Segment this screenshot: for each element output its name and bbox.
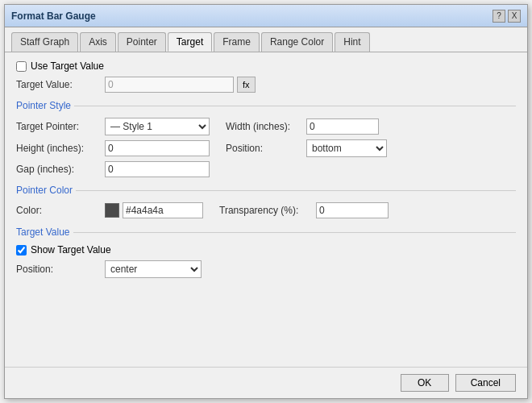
target-value-input[interactable] bbox=[105, 77, 234, 93]
target-value-position-field: Position: center left right bbox=[16, 260, 516, 278]
show-target-value-row: Show Target Value bbox=[16, 244, 516, 256]
pointer-color-section: Pointer Color bbox=[16, 181, 516, 199]
target-pointer-field: Target Pointer: — Style 1 — Style 2 — St… bbox=[16, 118, 210, 135]
pointer-color-line bbox=[76, 190, 516, 191]
position-field: Position: bottom top center bbox=[226, 139, 387, 157]
dialog-window: Format Bar Gauge ? X Staff Graph Axis Po… bbox=[4, 4, 528, 399]
use-target-value-checkbox[interactable] bbox=[16, 61, 27, 72]
target-value-row: Target Value: fx bbox=[16, 77, 516, 93]
use-target-value-label: Use Target Value bbox=[31, 60, 104, 72]
height-inches-label: Height (inches): bbox=[16, 143, 105, 154]
tab-target[interactable]: Target bbox=[168, 32, 212, 52]
height-inches-input[interactable] bbox=[105, 140, 210, 156]
position-select[interactable]: bottom top center bbox=[306, 139, 387, 157]
tab-pointer[interactable]: Pointer bbox=[118, 32, 166, 52]
tab-staff-graph[interactable]: Staff Graph bbox=[11, 32, 78, 52]
close-button[interactable]: X bbox=[508, 10, 521, 23]
ok-button[interactable]: OK bbox=[401, 374, 449, 392]
tab-range-color[interactable]: Range Color bbox=[261, 32, 333, 52]
height-inches-field: Height (inches): bbox=[16, 139, 210, 157]
target-value-section-label: Target Value bbox=[16, 226, 70, 238]
target-value-line bbox=[73, 232, 517, 233]
pointer-color-label: Pointer Color bbox=[16, 185, 73, 196]
pointer-style-label: Pointer Style bbox=[16, 100, 71, 111]
pointer-style-section: Pointer Style bbox=[16, 97, 516, 114]
width-inches-label: Width (inches): bbox=[226, 121, 306, 132]
target-value-section: Target Value bbox=[16, 223, 516, 241]
color-label: Color: bbox=[16, 205, 105, 216]
transparency-label: Transparency (%): bbox=[219, 205, 316, 216]
gap-inches-label: Gap (inches): bbox=[16, 164, 105, 175]
position-label: Position: bbox=[226, 143, 306, 154]
transparency-input[interactable] bbox=[316, 202, 389, 218]
fx-button[interactable]: fx bbox=[237, 77, 256, 93]
title-bar-buttons: ? X bbox=[493, 10, 521, 23]
target-pointer-label: Target Pointer: bbox=[16, 121, 105, 132]
color-field: Color: bbox=[16, 202, 203, 218]
dialog-title: Format Bar Gauge bbox=[11, 10, 96, 22]
color-swatch[interactable] bbox=[105, 203, 119, 218]
transparency-field: Transparency (%): bbox=[219, 202, 389, 218]
use-target-value-row: Use Target Value bbox=[16, 60, 516, 72]
show-target-value-checkbox[interactable] bbox=[16, 245, 27, 256]
title-bar: Format Bar Gauge ? X bbox=[5, 5, 527, 27]
height-position-row: Height (inches): Position: bottom top ce… bbox=[16, 139, 516, 157]
show-target-value-label: Show Target Value bbox=[31, 244, 111, 256]
tab-hint[interactable]: Hint bbox=[335, 32, 369, 52]
content-area: Use Target Value Target Value: fx Pointe… bbox=[5, 52, 527, 367]
tab-frame[interactable]: Frame bbox=[214, 32, 260, 52]
target-pointer-select[interactable]: — Style 1 — Style 2 — Style 3 bbox=[105, 118, 210, 135]
tabs-container: Staff Graph Axis Pointer Target Frame Ra… bbox=[5, 27, 527, 52]
cancel-button[interactable]: Cancel bbox=[455, 374, 516, 392]
pointer-width-row: Target Pointer: — Style 1 — Style 2 — St… bbox=[16, 118, 516, 135]
target-value-position-select[interactable]: center left right bbox=[105, 260, 202, 278]
help-button[interactable]: ? bbox=[493, 10, 505, 23]
tab-axis[interactable]: Axis bbox=[80, 32, 116, 52]
target-value-position-label: Position: bbox=[16, 264, 105, 275]
width-inches-input[interactable] bbox=[306, 118, 379, 135]
color-transparency-row: Color: Transparency (%): bbox=[16, 202, 516, 218]
target-value-label: Target Value: bbox=[16, 79, 105, 90]
width-inches-field: Width (inches): bbox=[226, 118, 379, 135]
color-input[interactable] bbox=[123, 202, 203, 218]
gap-inches-field: Gap (inches): bbox=[16, 161, 516, 177]
bottom-bar: OK Cancel bbox=[5, 367, 527, 398]
gap-inches-input[interactable] bbox=[105, 161, 210, 177]
pointer-style-line bbox=[74, 106, 516, 106]
